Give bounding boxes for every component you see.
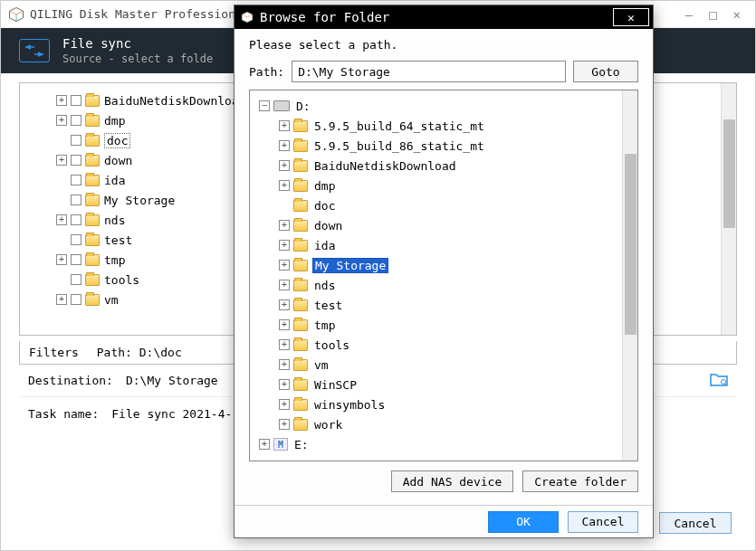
- tree-item[interactable]: BaiduNetdiskDownload: [250, 156, 622, 176]
- expand-icon[interactable]: [279, 319, 290, 330]
- checkbox[interactable]: [71, 175, 81, 185]
- tree-item-label: ida: [312, 239, 337, 252]
- expand-icon[interactable]: [279, 379, 290, 390]
- tree-item-label: nds: [312, 279, 337, 292]
- tree-item[interactable]: down: [250, 215, 622, 235]
- expand-icon[interactable]: [259, 439, 270, 450]
- folder-icon: [293, 120, 308, 132]
- scrollbar[interactable]: [721, 83, 736, 335]
- tree-item-label: vm: [312, 358, 330, 372]
- tree-item[interactable]: nds: [250, 275, 622, 295]
- tree-item[interactable]: tmp: [250, 315, 622, 335]
- filters-button[interactable]: Filters: [29, 346, 79, 359]
- dialog-titlebar[interactable]: Browse for Folder ✕: [234, 5, 653, 29]
- expand-icon[interactable]: [279, 339, 290, 350]
- checkbox[interactable]: [71, 135, 81, 146]
- expand-icon[interactable]: +: [56, 214, 67, 225]
- tree-item[interactable]: ME:: [250, 434, 622, 454]
- tree-item-label: tmp: [104, 253, 125, 267]
- tree-item-label: BaiduNetdiskDownload: [312, 159, 458, 173]
- tree-item[interactable]: WinSCP: [250, 375, 622, 394]
- destination-label: Destination:: [28, 374, 113, 387]
- folder-icon: [293, 359, 308, 371]
- tree-item[interactable]: My Storage: [250, 255, 622, 275]
- checkbox[interactable]: [71, 214, 81, 225]
- expand-icon[interactable]: +: [56, 155, 67, 166]
- expand-icon[interactable]: [279, 399, 290, 410]
- tree-item-label: 5.9.5_build_86_static_mt: [312, 139, 486, 153]
- tree-item[interactable]: winsymbols: [250, 394, 622, 414]
- goto-button[interactable]: Goto: [573, 61, 638, 82]
- path-input[interactable]: [292, 61, 566, 82]
- expand-icon[interactable]: [279, 180, 290, 191]
- maximize-button[interactable]: □: [709, 7, 716, 22]
- folder-icon: [293, 200, 308, 212]
- checkbox[interactable]: [71, 155, 81, 166]
- tree-item[interactable]: vm: [250, 355, 622, 375]
- minimize-button[interactable]: —: [685, 7, 693, 22]
- expand-icon: [56, 175, 67, 185]
- expand-icon[interactable]: [279, 160, 290, 171]
- folder-tree: D:5.9.5_build_64_static_mt5.9.5_build_86…: [249, 90, 638, 461]
- folder-icon: [85, 214, 100, 226]
- folder-icon: [85, 274, 100, 286]
- browse-destination-icon[interactable]: [710, 372, 728, 390]
- expand-icon[interactable]: +: [56, 254, 67, 265]
- expand-icon[interactable]: +: [56, 294, 67, 305]
- dialog-icon: [240, 10, 254, 24]
- expand-icon[interactable]: [279, 240, 290, 251]
- expand-icon[interactable]: +: [56, 115, 67, 126]
- create-folder-button[interactable]: Create folder: [522, 470, 638, 492]
- expand-icon[interactable]: [259, 100, 270, 111]
- folder-icon: [293, 339, 308, 351]
- tree-item[interactable]: test: [250, 295, 622, 315]
- tree-item[interactable]: doc: [250, 195, 622, 215]
- main-cancel-button[interactable]: Cancel: [659, 512, 732, 534]
- tree-item-label: winsymbols: [312, 398, 387, 412]
- folder-icon: [85, 135, 100, 147]
- tree-item-label: WinSCP: [312, 378, 359, 392]
- checkbox[interactable]: [71, 234, 81, 245]
- expand-icon[interactable]: [279, 299, 290, 310]
- expand-icon[interactable]: [279, 280, 290, 290]
- tree-item-label: tmp: [312, 318, 337, 332]
- checkbox[interactable]: [71, 254, 81, 265]
- expand-icon[interactable]: +: [56, 95, 67, 106]
- ok-button[interactable]: OK: [488, 511, 559, 533]
- tree-item[interactable]: 5.9.5_build_86_static_mt: [250, 136, 622, 156]
- expand-icon[interactable]: [279, 260, 290, 271]
- close-button[interactable]: ✕: [733, 7, 741, 22]
- checkbox[interactable]: [71, 294, 81, 305]
- header-title: File sync: [62, 36, 213, 51]
- expand-icon: [279, 200, 290, 211]
- tree-item[interactable]: D:: [250, 96, 622, 116]
- tree-item[interactable]: dmp: [250, 176, 622, 195]
- tree-item[interactable]: work: [250, 414, 622, 434]
- checkbox[interactable]: [71, 115, 81, 126]
- checkbox[interactable]: [71, 274, 81, 285]
- expand-icon[interactable]: [279, 220, 290, 231]
- checkbox[interactable]: [71, 195, 81, 205]
- tree-item-label: dmp: [104, 114, 125, 128]
- dialog-cancel-button[interactable]: Cancel: [568, 511, 638, 533]
- folder-icon: [293, 180, 308, 192]
- folder-icon: [293, 260, 308, 271]
- dialog-close-button[interactable]: ✕: [613, 8, 649, 26]
- expand-icon[interactable]: [279, 359, 290, 370]
- tree-item[interactable]: ida: [250, 235, 622, 255]
- expand-icon[interactable]: [279, 140, 290, 151]
- dialog-toolbar: Add NAS device Create folder: [249, 470, 638, 492]
- expand-icon[interactable]: [279, 419, 290, 430]
- tree-item-label: tools: [104, 273, 139, 287]
- expand-icon[interactable]: [279, 120, 290, 131]
- tree-item-label: D:: [294, 100, 312, 113]
- path-display: Path: D:\doc: [97, 346, 182, 359]
- tree-item[interactable]: tools: [250, 335, 622, 355]
- tree-item[interactable]: 5.9.5_build_64_static_mt: [250, 116, 622, 136]
- checkbox[interactable]: [71, 95, 81, 106]
- add-nas-button[interactable]: Add NAS device: [391, 470, 514, 492]
- drive-icon: [273, 100, 290, 111]
- tree-item-label: nds: [104, 214, 125, 227]
- scrollbar[interactable]: [622, 90, 637, 461]
- window-controls: — □ ✕: [685, 7, 741, 22]
